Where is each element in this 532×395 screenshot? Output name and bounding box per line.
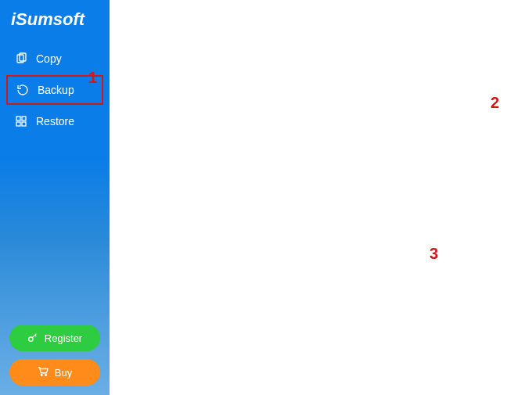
svg-point-8 bbox=[45, 374, 46, 375]
svg-rect-5 bbox=[22, 122, 26, 126]
annotation-2: 2 bbox=[491, 94, 499, 112]
restore-icon bbox=[14, 114, 28, 128]
buy-button[interactable]: Buy bbox=[9, 359, 100, 386]
register-label: Register bbox=[45, 332, 82, 344]
backup-icon bbox=[16, 83, 30, 97]
svg-rect-2 bbox=[16, 117, 20, 120]
nav-restore[interactable]: Restore bbox=[0, 106, 110, 136]
nav-label: Copy bbox=[36, 52, 62, 65]
sidebar: iSumsoft Copy Backup Restore Register bbox=[0, 0, 110, 395]
copy-icon bbox=[14, 52, 28, 66]
sidebar-bottom: Register Buy bbox=[9, 325, 100, 386]
annotation-3: 3 bbox=[430, 245, 438, 263]
nav: Copy Backup Restore bbox=[0, 39, 110, 141]
nav-label: Backup bbox=[38, 84, 74, 96]
key-icon bbox=[27, 332, 38, 345]
buy-label: Buy bbox=[55, 367, 72, 379]
brand-logo: iSumsoft bbox=[0, 0, 110, 39]
svg-rect-3 bbox=[22, 117, 26, 120]
nav-label: Restore bbox=[36, 115, 74, 127]
svg-point-7 bbox=[41, 374, 42, 375]
annotation-1: 1 bbox=[88, 69, 97, 87]
register-button[interactable]: Register bbox=[9, 325, 100, 351]
cart-icon bbox=[38, 366, 49, 379]
svg-rect-4 bbox=[16, 122, 20, 126]
